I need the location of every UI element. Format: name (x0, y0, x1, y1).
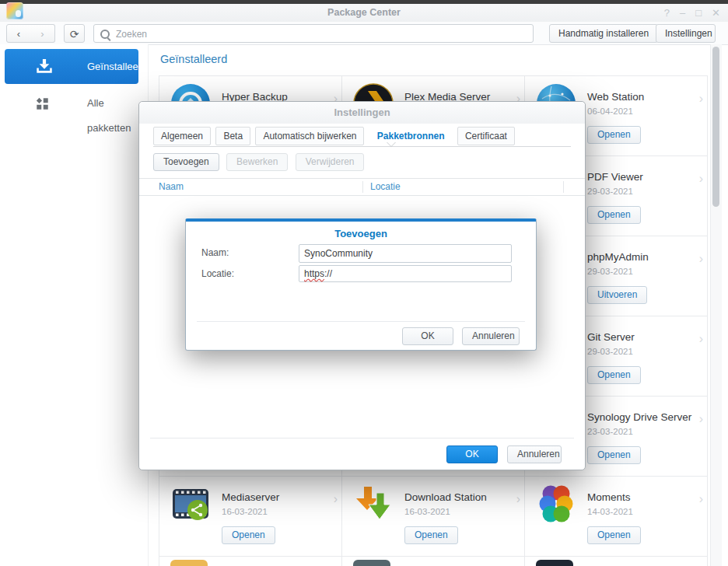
chevron-right-icon[interactable]: › (699, 332, 703, 346)
search-box[interactable] (93, 24, 534, 43)
sidebar-item-label: Alle pakketten (87, 91, 138, 141)
edit-source-button: Bewerken (226, 153, 288, 171)
back-button[interactable]: ‹ (6, 24, 31, 43)
refresh-button[interactable]: ⟳ (64, 24, 85, 43)
open-button[interactable]: Openen (587, 446, 641, 464)
package-title: Git Server (587, 331, 635, 343)
naam-field[interactable] (299, 244, 512, 263)
chevron-right-icon[interactable]: › (699, 252, 703, 266)
manual-install-button[interactable]: Handmatig installeren (549, 24, 658, 43)
settings-cancel-button[interactable]: Annuleren (507, 445, 562, 463)
partial-package-icon (536, 560, 573, 566)
sidebar-item-all-packages[interactable]: Alle pakketten (5, 91, 138, 116)
open-button[interactable]: Openen (587, 126, 641, 144)
tab-certificaat[interactable]: Certificaat (457, 127, 515, 145)
window-controls: ? – □ ✕ (664, 4, 720, 22)
package-card-moments: Moments 14-03-2021 Openen › (525, 477, 708, 557)
add-cancel-button[interactable]: Annuleren (462, 327, 520, 345)
open-button[interactable]: Openen (587, 366, 641, 384)
settings-ok-button[interactable]: OK (446, 445, 498, 463)
partial-package-icon (353, 560, 390, 566)
titlebar: Package Center (0, 4, 728, 22)
download-tray-icon (36, 59, 53, 74)
package-title: PDF Viewer (587, 171, 643, 183)
url-scheme-misspelled: https (304, 268, 324, 279)
chevron-right-icon[interactable]: › (516, 492, 520, 506)
column-header-naam[interactable]: Naam (159, 179, 184, 195)
chevron-right-icon[interactable]: › (699, 412, 703, 426)
package-title: Synology Drive Server (587, 411, 691, 423)
open-button[interactable]: Openen (587, 206, 641, 224)
footer-divider (150, 438, 574, 438)
run-button[interactable]: Uitvoeren (587, 286, 647, 304)
package-card-mediaserver: Mediaserver 16-03-2021 Openen › (159, 477, 342, 557)
close-icon[interactable]: ✕ (712, 7, 720, 19)
footer-divider (197, 321, 525, 322)
package-title: Web Station (587, 91, 644, 103)
column-header-locatie[interactable]: Locatie (370, 179, 401, 195)
locatie-label: Locatie: (201, 265, 234, 282)
settings-tabs: Algemeen Beta Automatisch bijwerken Pakk… (153, 127, 571, 147)
add-source-button[interactable]: Toevoegen (153, 153, 219, 171)
settings-button[interactable]: Instellingen (656, 24, 716, 43)
forward-button[interactable]: › (30, 24, 55, 43)
maximize-icon[interactable]: □ (695, 7, 702, 19)
package-date: 29-03-2021 (587, 347, 633, 356)
sidebar-item-label: Geïnstalleerd (87, 49, 147, 84)
package-title: Mediaserver (222, 491, 279, 503)
sources-table-header: Naam Locatie (139, 178, 585, 196)
add-ok-button[interactable]: OK (402, 327, 453, 345)
package-cell-partial (159, 557, 342, 566)
grid-squares-icon (36, 97, 49, 110)
tab-automatisch-bijwerken[interactable]: Automatisch bijwerken (255, 127, 364, 145)
naam-label: Naam: (201, 244, 229, 261)
dialog-title: Toevoegen (186, 228, 536, 239)
sidebar: Geïnstalleerd Alle pakketten (0, 44, 149, 566)
tab-algemeen[interactable]: Algemeen (153, 127, 211, 145)
open-button[interactable]: Openen (222, 526, 275, 544)
package-cell-partial (525, 557, 708, 566)
search-input[interactable] (114, 26, 522, 43)
window-title: Package Center (0, 4, 728, 22)
delete-source-button: Verwijderen (296, 153, 365, 171)
moments-icon (536, 484, 576, 524)
url-rest: :// (324, 268, 332, 279)
column-divider (362, 181, 363, 193)
add-source-dialog: Toevoegen Naam: Locatie: https:// OK Ann… (185, 218, 537, 351)
package-center-app-icon (6, 2, 23, 19)
chevron-right-icon[interactable]: › (334, 492, 338, 506)
column-divider (563, 181, 564, 193)
chevron-right-icon[interactable]: › (699, 92, 703, 106)
package-date: 06-04-2021 (587, 107, 633, 116)
search-icon (100, 30, 110, 39)
tab-beta[interactable]: Beta (215, 127, 250, 145)
package-title: Moments (587, 491, 631, 503)
package-date: 29-03-2021 (587, 187, 633, 196)
scrollbar-thumb[interactable] (712, 47, 719, 207)
package-date: 16-03-2021 (222, 507, 268, 516)
chevron-right-icon[interactable]: › (699, 172, 703, 186)
open-button[interactable]: Openen (404, 526, 458, 544)
locatie-field[interactable]: https:// (299, 265, 512, 282)
package-card-download-station: Download Station 16-03-2021 Openen › (342, 477, 525, 557)
sidebar-item-installed[interactable]: Geïnstalleerd (5, 49, 138, 84)
minimize-icon[interactable]: – (680, 7, 685, 19)
package-date: 16-03-2021 (404, 507, 450, 516)
toolbar: ‹ › ⟳ Handmatig installeren Instellingen (0, 22, 728, 45)
package-date: 23-03-2021 (587, 427, 633, 436)
active-tab-notch (387, 142, 395, 146)
page-title: Geïnstalleerd (160, 53, 227, 65)
partial-package-icon (170, 560, 208, 566)
package-date: 14-03-2021 (587, 507, 633, 516)
chevron-right-icon[interactable]: › (699, 492, 703, 506)
tab-pakketbronnen[interactable]: Pakketbronnen (369, 127, 453, 145)
source-actions: Toevoegen Bewerken Verwijderen (153, 153, 571, 171)
mediaserver-icon (170, 484, 211, 524)
download-station-icon (353, 484, 394, 524)
help-icon[interactable]: ? (664, 7, 670, 19)
package-title: Download Station (404, 491, 487, 503)
package-title: phpMyAdmin (587, 251, 649, 263)
package-date: 29-03-2021 (587, 267, 633, 276)
dialog-title: Instellingen (139, 102, 585, 124)
open-button[interactable]: Openen (587, 526, 641, 544)
